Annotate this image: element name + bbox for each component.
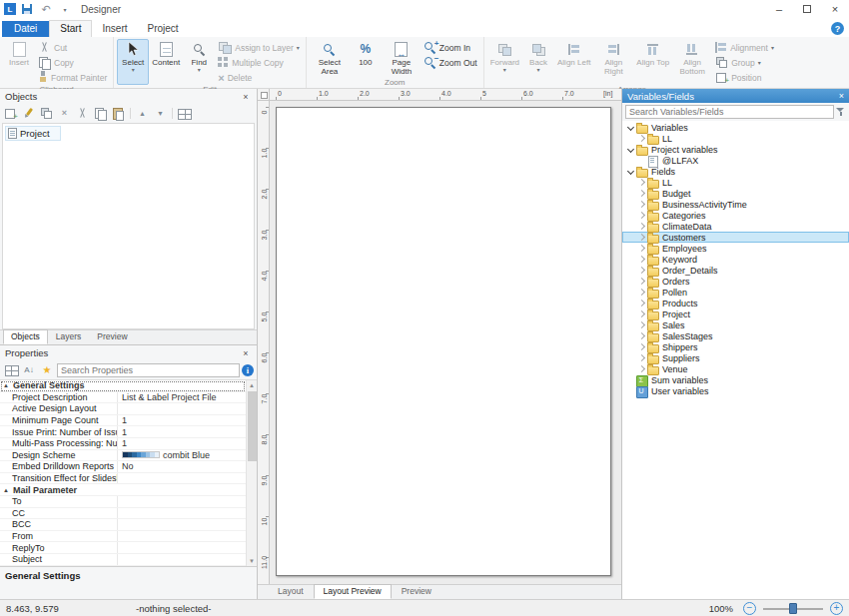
expand-icon[interactable]: [636, 211, 646, 221]
property-row-bcc[interactable]: BCC: [0, 519, 246, 531]
tree-item-variables[interactable]: Variables: [622, 122, 849, 133]
find-button[interactable]: Find ▾: [183, 39, 215, 85]
zoom-in-button-statusbar[interactable]: +: [830, 602, 843, 615]
scroll-up-icon[interactable]: ▲: [249, 380, 255, 390]
expand-icon[interactable]: [636, 200, 646, 210]
insert-button[interactable]: Insert: [3, 39, 35, 85]
properties-scrollbar[interactable]: ▲ ▼: [246, 380, 257, 566]
expand-icon[interactable]: [636, 364, 646, 374]
alphabetical-sort-button[interactable]: A↓: [21, 362, 37, 377]
scrollbar-thumb[interactable]: [248, 391, 257, 461]
help-button[interactable]: ?: [831, 22, 844, 35]
tab-preview-small[interactable]: Preview: [89, 329, 135, 344]
property-value[interactable]: [118, 531, 246, 542]
close-button[interactable]: ×: [821, 0, 849, 18]
arrange-button[interactable]: [38, 106, 55, 121]
tree-item-llfax[interactable]: @LLFAX: [622, 155, 849, 166]
collapse-icon[interactable]: [625, 123, 635, 133]
forward-button[interactable]: Forward ▾: [487, 39, 522, 85]
property-value[interactable]: List & Label Project File: [118, 392, 246, 403]
zoom-out-button-statusbar[interactable]: −: [743, 602, 756, 615]
align-bottom-button[interactable]: Align Bottom: [672, 39, 712, 85]
tree-item-order-details[interactable]: Order_Details: [622, 265, 849, 276]
close-icon[interactable]: ×: [240, 348, 252, 358]
tab-preview[interactable]: Preview: [392, 584, 441, 599]
tab-project[interactable]: Project: [138, 21, 189, 37]
expand-icon[interactable]: [636, 288, 646, 298]
expand-icon[interactable]: [636, 299, 646, 308]
property-value[interactable]: [118, 403, 246, 414]
collapse-icon[interactable]: [625, 167, 635, 177]
tree-item-businessactivitytime[interactable]: BusinessActivityTime: [622, 199, 849, 210]
info-icon[interactable]: i: [242, 364, 254, 376]
zoom-out-button[interactable]: −Zoom Out: [422, 55, 480, 70]
tab-layers[interactable]: Layers: [48, 329, 90, 344]
select-button[interactable]: Select ▾: [117, 39, 149, 85]
align-top-button[interactable]: Align Top: [633, 39, 672, 85]
tree-item-venue[interactable]: Venue: [622, 363, 849, 374]
properties-search-input[interactable]: [57, 363, 240, 377]
property-value[interactable]: 1: [118, 426, 246, 437]
filter-icon[interactable]: [836, 107, 846, 117]
property-row-issue-print-number-of-issues[interactable]: Issue Print: Number of Issues1: [0, 426, 246, 438]
tree-item-user-variables[interactable]: User variables: [622, 385, 849, 396]
page-width-button[interactable]: ↔ Page Width: [382, 39, 422, 78]
tree-item-project-root[interactable]: Project: [5, 126, 61, 141]
property-value[interactable]: [118, 554, 246, 565]
property-value[interactable]: [118, 542, 246, 553]
categorized-view-button[interactable]: [3, 362, 19, 377]
tree-item-ll[interactable]: LL: [622, 177, 849, 188]
tab-insert[interactable]: Insert: [92, 21, 137, 37]
tree-item-employees[interactable]: Employees: [622, 243, 849, 254]
property-row-multi-pass-processing-number-o[interactable]: Multi-Pass Processing: Number o...1: [0, 438, 246, 450]
close-icon[interactable]: ×: [240, 92, 252, 102]
property-row-project-description[interactable]: Project DescriptionList & Label Project …: [0, 392, 246, 404]
property-row-from[interactable]: From: [0, 531, 246, 543]
tree-item-pollen[interactable]: Pollen: [622, 287, 849, 298]
paste-button[interactable]: [110, 106, 127, 121]
cut-button[interactable]: Cut: [35, 40, 110, 55]
expand-icon[interactable]: [636, 277, 646, 287]
tree-item-products[interactable]: Products: [622, 298, 849, 308]
property-row-to[interactable]: To: [0, 496, 246, 508]
undo-button[interactable]: ↶: [38, 2, 54, 17]
tree-item-project-variables[interactable]: Project variables: [622, 144, 849, 155]
expand-icon[interactable]: [636, 233, 646, 243]
content-button[interactable]: Content: [149, 39, 183, 85]
align-right-button[interactable]: Align Right: [593, 39, 633, 85]
property-value[interactable]: 1: [118, 438, 246, 449]
move-down-button[interactable]: ▼: [152, 106, 169, 121]
property-value[interactable]: [118, 473, 246, 484]
property-value[interactable]: [118, 496, 246, 507]
tree-item-suppliers[interactable]: Suppliers: [622, 352, 849, 363]
tree-item-fields[interactable]: Fields: [622, 166, 849, 177]
property-value[interactable]: combit Blue: [118, 450, 246, 461]
assign-to-layer-button[interactable]: Assign to Layer▾: [215, 40, 303, 55]
tree-item-customers[interactable]: Customers: [622, 232, 849, 243]
canvas-viewport[interactable]: [270, 101, 621, 584]
zoom-slider-thumb[interactable]: [789, 603, 797, 614]
report-page[interactable]: [276, 107, 611, 576]
favorites-button[interactable]: ★: [39, 362, 55, 377]
delete-button[interactable]: ×Delete: [215, 70, 303, 85]
expand-icon[interactable]: [636, 309, 646, 319]
copy-button[interactable]: [92, 106, 109, 121]
tree-item-salesstages[interactable]: SalesStages: [622, 330, 849, 341]
back-button[interactable]: Back ▾: [522, 39, 554, 85]
variables-search-input[interactable]: [625, 105, 834, 119]
quick-access-dropdown[interactable]: ▾: [57, 2, 73, 17]
tree-item-categories[interactable]: Categories: [622, 210, 849, 221]
property-value[interactable]: [118, 508, 246, 519]
property-row-cc[interactable]: CC: [0, 508, 246, 520]
property-row-minimum-page-count[interactable]: Minimum Page Count1: [0, 415, 246, 427]
property-row-replyto[interactable]: ReplyTo: [0, 542, 246, 554]
format-painter-button[interactable]: Format Painter: [35, 70, 110, 85]
tree-item-shippers[interactable]: Shippers: [622, 341, 849, 352]
property-row-subject[interactable]: Subject: [0, 554, 246, 566]
group-button[interactable]: Group▾: [712, 55, 777, 70]
move-up-button[interactable]: ▲: [134, 106, 151, 121]
expand-icon[interactable]: [636, 342, 646, 352]
table-layout-button[interactable]: [176, 106, 193, 121]
tab-layout-preview[interactable]: Layout Preview: [314, 584, 392, 599]
copy-button[interactable]: Copy: [35, 55, 110, 70]
